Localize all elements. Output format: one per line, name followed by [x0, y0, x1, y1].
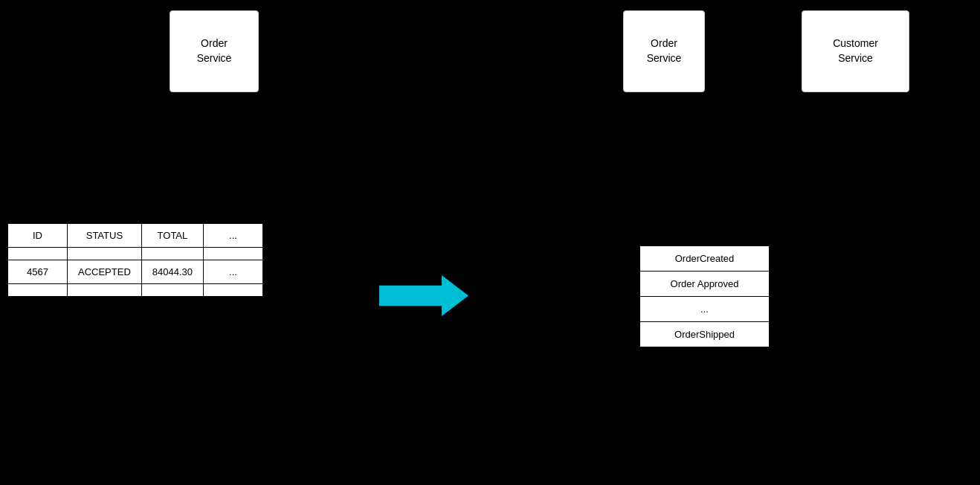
order-service-box-2: OrderService — [623, 10, 705, 92]
col-more: ... — [204, 224, 263, 248]
col-id: ID — [8, 224, 68, 248]
event-item-ellipsis: ... — [640, 297, 769, 322]
event-list: OrderCreated Order Approved ... OrderShi… — [639, 245, 770, 347]
right-arrow — [379, 275, 468, 316]
table-row — [8, 248, 263, 260]
event-item-order-shipped: OrderShipped — [640, 322, 769, 347]
row-extra: ... — [204, 260, 263, 284]
order-service-2-label: OrderService — [647, 36, 682, 65]
col-status: STATUS — [68, 224, 142, 248]
event-item-order-created: OrderCreated — [640, 246, 769, 272]
row-status: ACCEPTED — [68, 260, 142, 284]
order-service-box-1: OrderService — [170, 10, 259, 92]
table-row — [8, 284, 263, 297]
customer-service-box: CustomerService — [802, 10, 909, 92]
row-id: 4567 — [8, 260, 68, 284]
col-total: TOTAL — [141, 224, 203, 248]
event-item-order-approved: Order Approved — [640, 272, 769, 297]
customer-service-label: CustomerService — [833, 36, 878, 65]
table-row: 4567 ACCEPTED 84044.30 ... — [8, 260, 263, 284]
row-total: 84044.30 — [141, 260, 203, 284]
orders-table: ID STATUS TOTAL ... 4567 ACCEPTED 84044.… — [7, 223, 263, 297]
order-service-1-label: OrderService — [197, 36, 232, 65]
